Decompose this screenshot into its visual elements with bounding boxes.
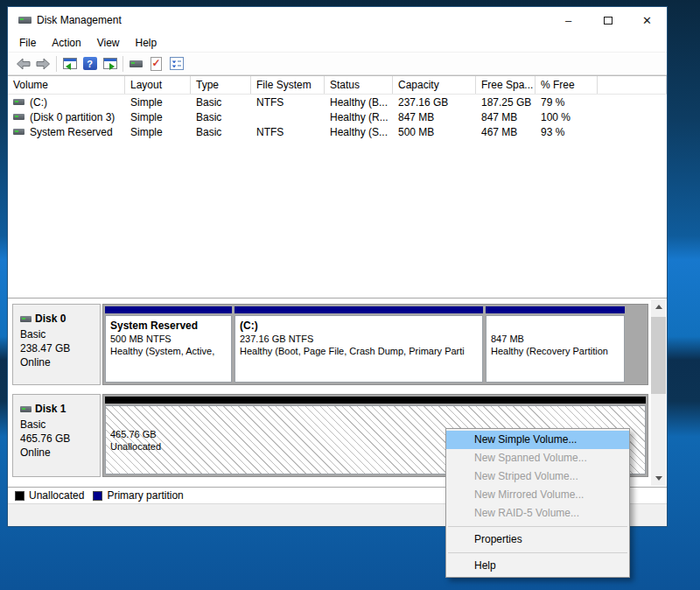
partition-size: 237.16 GB NTFS: [240, 333, 478, 345]
toolbar: ? ✓: [8, 53, 667, 75]
cell-free-space: 467 MB: [476, 126, 536, 138]
column-header-layout[interactable]: Layout: [125, 76, 191, 94]
back-button[interactable]: [13, 54, 33, 74]
volume-icon: [13, 99, 24, 105]
column-header-free-space[interactable]: Free Spa...: [476, 76, 536, 94]
show-action-pane-button[interactable]: [100, 54, 120, 74]
cell-file-system: NTFS: [251, 126, 325, 138]
cell-capacity: 500 MB: [393, 126, 476, 138]
forward-arrow-icon: [36, 58, 51, 70]
partition-system-reserved[interactable]: System Reserved 500 MB NTFS Healthy (Sys…: [105, 306, 232, 383]
column-header-volume[interactable]: Volume: [8, 76, 125, 94]
volume-name: (C:): [30, 96, 47, 109]
menu-item-properties[interactable]: Properties: [446, 530, 629, 549]
menu-bar: File Action View Help: [8, 33, 667, 53]
volume-icon: [13, 129, 24, 135]
legend-primary-partition-label: Primary partition: [107, 489, 183, 502]
unallocated-band: [105, 397, 646, 404]
title-bar: Disk Management – ✕: [8, 7, 667, 33]
maximize-icon: [604, 17, 612, 25]
cell-capacity: 237.16 GB: [393, 96, 476, 109]
checklist-icon: [170, 57, 184, 70]
menu-item-new-simple-volume[interactable]: New Simple Volume...: [446, 431, 629, 449]
disk0-row: Disk 0 Basic 238.47 GB Online System Res…: [12, 304, 667, 385]
refresh-disks-button[interactable]: [126, 54, 146, 74]
back-arrow-icon: [16, 58, 31, 70]
maximize-button[interactable]: [588, 7, 627, 33]
partition-size: 500 MB NTFS: [110, 333, 227, 345]
column-header-percent-free[interactable]: % Free: [536, 76, 598, 94]
volume-row-system-reserved[interactable]: System Reserved Simple Basic NTFS Health…: [8, 124, 667, 139]
legend-unallocated-label: Unallocated: [29, 489, 84, 502]
action-pane-icon: [103, 58, 117, 69]
close-button[interactable]: ✕: [627, 7, 667, 33]
scroll-down-button[interactable]: [651, 471, 666, 486]
cell-percent-free: 79 %: [536, 96, 598, 109]
cell-capacity: 847 MB: [393, 111, 476, 123]
menu-item-new-raid5-volume: New RAID-5 Volume...: [446, 504, 629, 523]
cell-percent-free: 93 %: [536, 126, 598, 138]
scroll-up-button[interactable]: [651, 299, 666, 314]
primary-partition-swatch: [93, 491, 102, 501]
menu-view[interactable]: View: [89, 35, 128, 51]
help-icon: ?: [83, 57, 97, 70]
disk0-label-panel[interactable]: Disk 0 Basic 238.47 GB Online: [12, 304, 101, 385]
menu-item-new-mirrored-volume: New Mirrored Volume...: [446, 486, 629, 504]
context-menu: New Simple Volume... New Spanned Volume.…: [445, 428, 630, 578]
chevron-up-icon: [655, 305, 662, 309]
menu-separator: [448, 526, 627, 527]
menu-separator: [448, 552, 627, 553]
cell-percent-free: 100 %: [536, 111, 598, 123]
disk0-partition-strip: System Reserved 500 MB NTFS Healthy (Sys…: [102, 304, 648, 385]
menu-file[interactable]: File: [11, 35, 44, 51]
cell-file-system: NTFS: [251, 96, 325, 109]
show-console-tree-button[interactable]: [60, 54, 80, 74]
cell-type: Basic: [191, 96, 251, 109]
cell-layout: Simple: [125, 96, 191, 109]
cell-status: Healthy (S...: [325, 126, 393, 138]
partition-c[interactable]: (C:) 237.16 GB NTFS Healthy (Boot, Page …: [234, 306, 483, 383]
disk1-type: Basic: [20, 418, 100, 432]
disk0-type: Basic: [20, 327, 100, 341]
volume-row-c[interactable]: (C:) Simple Basic NTFS Healthy (B... 237…: [8, 95, 667, 109]
scrollbar-thumb[interactable]: [651, 317, 666, 394]
vertical-scrollbar[interactable]: [651, 299, 666, 486]
cell-status: Healthy (B...: [325, 96, 393, 109]
volume-name: System Reserved: [30, 126, 113, 138]
disk-management-app-icon: [18, 17, 32, 24]
menu-item-help[interactable]: Help: [446, 557, 629, 575]
disk0-size: 238.47 GB: [20, 341, 100, 355]
forward-button[interactable]: [33, 54, 53, 74]
primary-partition-band: [234, 306, 483, 313]
disk-icon: [130, 60, 143, 67]
minimize-button[interactable]: –: [549, 7, 588, 33]
partition-status: Healthy (Recovery Partition: [491, 345, 620, 357]
cell-type: Basic: [191, 111, 251, 123]
console-tree-icon: [63, 58, 77, 69]
menu-action[interactable]: Action: [44, 35, 88, 51]
disk0-name: Disk 0: [35, 312, 66, 326]
cell-status: Healthy (R...: [325, 111, 393, 123]
column-header-capacity[interactable]: Capacity: [393, 76, 476, 94]
volume-list-header: Volume Layout Type File System Status Ca…: [8, 76, 667, 95]
partition-recovery[interactable]: 847 MB Healthy (Recovery Partition: [486, 306, 625, 383]
partition-status: Healthy (System, Active,: [110, 345, 227, 357]
partition-title: [491, 320, 620, 333]
partition-title: System Reserved: [110, 320, 227, 333]
disk1-label-panel[interactable]: Disk 1 Basic 465.76 GB Online: [12, 394, 101, 477]
disk1-name: Disk 1: [35, 402, 66, 416]
disk1-size: 465.76 GB: [20, 432, 100, 446]
volume-row-disk0-partition3[interactable]: (Disk 0 partition 3) Simple Basic Health…: [8, 109, 667, 124]
column-header-type[interactable]: Type: [191, 76, 251, 94]
menu-help[interactable]: Help: [128, 35, 165, 51]
volume-icon: [13, 114, 24, 120]
check-disk-button[interactable]: ✓: [146, 54, 166, 74]
column-header-file-system[interactable]: File System: [251, 76, 325, 94]
column-header-status[interactable]: Status: [325, 76, 393, 94]
chevron-down-icon: [655, 476, 662, 481]
help-button[interactable]: ?: [80, 54, 100, 74]
cell-layout: Simple: [125, 111, 191, 123]
primary-partition-band: [486, 306, 625, 313]
toolbar-separator: [56, 56, 57, 72]
properties-list-button[interactable]: [166, 54, 186, 74]
